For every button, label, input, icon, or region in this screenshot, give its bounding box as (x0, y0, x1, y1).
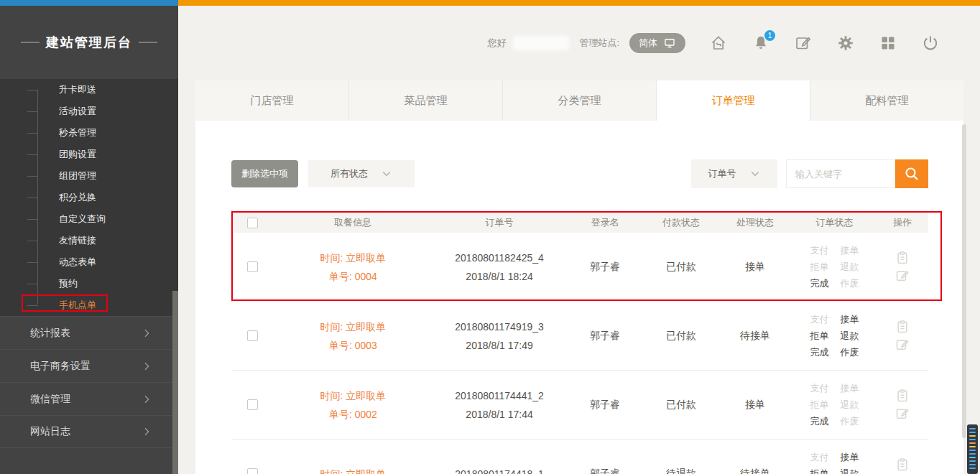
sidebar-section-ecommerce[interactable]: 电子商务设置 (0, 349, 178, 382)
top-strip-orange (178, 0, 980, 6)
status-link-pay[interactable]: 支付 (810, 244, 828, 257)
edit-icon[interactable] (895, 269, 910, 283)
delete-selected-button[interactable]: 删除选中项 (231, 160, 298, 187)
status-link-finish[interactable]: 完成 (810, 277, 828, 290)
sidebar-submenu: 升卡即送 活动设置 秒杀管理 团购设置 组团管理 积分兑换 自定义查询 友情链接… (0, 79, 178, 316)
tab-store-manage[interactable]: 门店管理 (195, 80, 349, 121)
status-link-accept[interactable]: 接单 (840, 313, 859, 326)
pay-status: 已付款 (644, 330, 718, 343)
process-status: 待接单 (718, 468, 792, 474)
process-status: 接单 (718, 399, 792, 412)
notification-badge: 1 (764, 30, 775, 41)
tab-category-manage[interactable]: 分类管理 (503, 80, 657, 121)
sidebar-item-links[interactable]: 友情链接 (0, 230, 178, 251)
sidebar-item-points[interactable]: 积分兑换 (0, 187, 178, 208)
clipboard-icon[interactable] (895, 389, 910, 403)
sidebar-item-group-buy[interactable]: 团购设置 (0, 144, 178, 165)
pickup-info: 时间: 立即取单单号: 0002 (274, 386, 433, 424)
compose-button[interactable] (794, 34, 813, 52)
table-row: 时间: 立即取单单号: 0002 20180801174441_22018/8/… (231, 371, 928, 440)
status-link-reject[interactable]: 拒单 (810, 399, 828, 412)
pay-status: 已付款 (644, 399, 718, 412)
app-title-text: 建站管理后台 (46, 34, 132, 51)
status-link-pay[interactable]: 支付 (810, 451, 828, 464)
tab-dish-manage[interactable]: 菜品管理 (349, 80, 503, 121)
header-bar: 您好 管理站点: 简体 1 (178, 6, 980, 80)
notifications-button[interactable]: 1 (752, 34, 770, 52)
sidebar-section-wechat[interactable]: 微信管理 (0, 382, 178, 415)
status-link-refund[interactable]: 退款 (840, 468, 859, 474)
sidebar-section-statistics[interactable]: 统计报表 (0, 316, 178, 349)
status-link-finish[interactable]: 完成 (810, 415, 828, 428)
status-link-void[interactable]: 作废 (840, 346, 859, 359)
chevron-down-icon (381, 168, 392, 180)
title-dash-left (21, 42, 40, 43)
status-link-reject[interactable]: 拒单 (810, 261, 828, 274)
scroll-minimap[interactable] (967, 424, 978, 474)
process-status: 接单 (718, 261, 792, 274)
sidebar-scrollbar[interactable] (172, 291, 178, 474)
col-header-order-no: 订单号 (433, 213, 567, 232)
status-link-accept[interactable]: 接单 (840, 451, 859, 464)
sidebar-item-reservation[interactable]: 预约 (0, 273, 178, 294)
search-icon (903, 165, 920, 182)
chevron-right-icon (141, 327, 152, 339)
status-link-refund[interactable]: 退款 (840, 330, 859, 343)
col-header-order-status: 订单状态 (792, 216, 877, 229)
tab-ingredient-manage[interactable]: 配料管理 (810, 80, 963, 121)
status-filter-dropdown[interactable]: 所有状态 (308, 160, 415, 187)
status-link-reject[interactable]: 拒单 (810, 330, 828, 343)
row-checkbox[interactable] (247, 399, 258, 410)
sidebar-item-group-manage[interactable]: 组团管理 (0, 165, 178, 187)
clipboard-icon[interactable] (895, 320, 910, 334)
order-status-links: 支付 接单 拒单 退款 完成 作废 (810, 451, 859, 474)
status-link-reject[interactable]: 拒单 (810, 468, 828, 474)
status-link-pay[interactable]: 支付 (810, 382, 828, 395)
apps-button[interactable] (879, 34, 897, 52)
status-link-finish[interactable]: 完成 (810, 346, 828, 359)
search-button[interactable] (895, 159, 928, 188)
language-label: 简体 (639, 37, 657, 50)
sidebar-item-mobile-order[interactable]: 手机点单 (0, 294, 178, 316)
home-icon (710, 34, 727, 52)
select-all-checkbox[interactable] (247, 218, 258, 228)
sidebar-item-flash-sale[interactable]: 秒杀管理 (0, 122, 178, 144)
section-label: 电子商务设置 (30, 360, 91, 373)
home-button[interactable] (709, 34, 728, 52)
status-link-accept[interactable]: 接单 (840, 244, 859, 257)
edit-icon[interactable] (895, 338, 910, 352)
sidebar-item-custom-query[interactable]: 自定义查询 (0, 208, 178, 230)
status-link-void[interactable]: 作废 (840, 277, 859, 290)
clipboard-icon[interactable] (895, 251, 910, 265)
status-link-pay[interactable]: 支付 (810, 313, 828, 326)
status-link-accept[interactable]: 接单 (840, 382, 859, 395)
tab-order-manage[interactable]: 订单管理 (657, 80, 810, 121)
col-header-pay-status: 付款状态 (644, 216, 718, 229)
edit-icon[interactable] (895, 406, 910, 421)
orders-table: 取餐信息 订单号 登录名 付款状态 处理状态 订单状态 操作 时间: 立即取单单… (231, 213, 928, 474)
monitor-icon (663, 37, 676, 50)
clipboard-icon[interactable] (895, 457, 910, 472)
sidebar-item-card-gift[interactable]: 升卡即送 (0, 79, 178, 101)
content-area: 您好 管理站点: 简体 1 (178, 6, 980, 474)
settings-button[interactable] (836, 34, 855, 52)
sidebar-section-site-log[interactable]: 网站日志 (0, 415, 178, 448)
sidebar-item-dynamic-form[interactable]: 动态表单 (0, 251, 178, 273)
row-checkbox[interactable] (247, 468, 258, 474)
sidebar-item-activity[interactable]: 活动设置 (0, 101, 178, 122)
status-link-void[interactable]: 作废 (840, 415, 859, 428)
search-field-dropdown[interactable]: 订单号 (691, 159, 777, 188)
logout-button[interactable] (921, 34, 940, 52)
order-status-links: 支付 接单 拒单 退款 完成 作废 (810, 382, 859, 428)
keyword-input[interactable] (786, 159, 895, 188)
row-checkbox[interactable] (247, 330, 258, 341)
row-checkbox[interactable] (247, 261, 258, 272)
col-header-process-status: 处理状态 (718, 216, 792, 229)
status-link-refund[interactable]: 退款 (840, 399, 859, 412)
panel-scrollbar[interactable] (962, 124, 966, 438)
language-pill[interactable]: 简体 (629, 33, 685, 53)
status-link-refund[interactable]: 退款 (840, 261, 859, 274)
process-status: 待接单 (718, 330, 792, 343)
table-header-row: 取餐信息 订单号 登录名 付款状态 处理状态 订单状态 操作 (231, 213, 928, 233)
sidebar-sections: 统计报表 电子商务设置 微信管理 网站日志 (0, 316, 178, 448)
